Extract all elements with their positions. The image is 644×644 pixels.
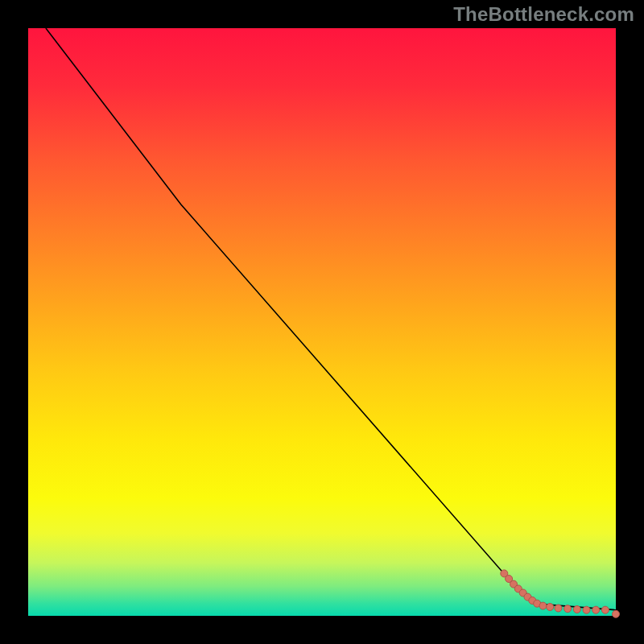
data-marker xyxy=(539,602,547,609)
bottleneck-curve xyxy=(46,28,616,610)
data-markers xyxy=(501,570,620,617)
plot-overlay xyxy=(28,28,616,616)
chart-frame: TheBottleneck.com xyxy=(0,0,644,644)
data-marker xyxy=(583,606,590,613)
watermark-text: TheBottleneck.com xyxy=(453,3,634,26)
data-marker xyxy=(547,604,554,611)
data-marker xyxy=(564,605,572,613)
data-marker xyxy=(555,605,562,612)
data-marker xyxy=(573,606,580,613)
data-marker xyxy=(613,610,620,617)
data-marker xyxy=(592,606,600,613)
data-marker xyxy=(601,606,609,613)
